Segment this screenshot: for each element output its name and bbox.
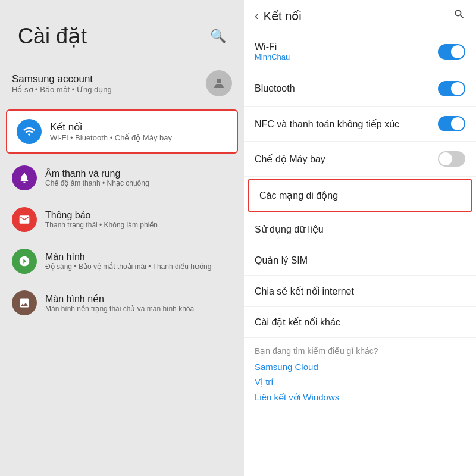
man-hinh-title: Màn hình — [45, 252, 211, 262]
cai-dat-row[interactable]: Cài đặt kết nối khác — [244, 307, 476, 338]
ket-noi-item[interactable]: Kết nối Wi-Fi • Bluetooth • Chế độ Máy b… — [6, 109, 238, 154]
chia-se-title: Chia sẻ kết nối internet — [255, 286, 354, 297]
bluetooth-title: Bluetooth — [255, 83, 295, 94]
ket-noi-subtitle: Wi-Fi • Bluetooth • Chế độ Máy bay — [50, 133, 172, 142]
avatar — [206, 70, 232, 96]
bluetooth-row[interactable]: Bluetooth — [244, 71, 476, 107]
bluetooth-toggle[interactable] — [438, 81, 465, 96]
man-hinh-item[interactable]: Màn hình Độ sáng • Bảo vệ mắt thoải mái … — [0, 240, 244, 282]
thong-bao-item[interactable]: Thông báo Thanh trạng thái • Không làm p… — [0, 199, 244, 240]
thong-bao-icon — [12, 207, 37, 232]
airplane-title: Chế độ Máy bay — [255, 154, 325, 165]
left-title-area: Cài đặt 🔍 — [0, 0, 244, 61]
thong-bao-text: Thông báo Thanh trạng thái • Không làm p… — [45, 210, 158, 229]
bluetooth-toggle-knob — [451, 82, 464, 95]
am-thanh-sub: Chế độ âm thanh • Nhạc chuông — [45, 179, 149, 187]
nfc-row[interactable]: NFC và thanh toán không tiếp xúc — [244, 107, 476, 142]
am-thanh-text: Âm thanh và rung Chế độ âm thanh • Nhạc … — [45, 168, 149, 187]
quan-ly-sim-title: Quản lý SIM — [255, 255, 308, 266]
man-hinh-nen-sub: Màn hình nền trạng thái chủ và màn hình … — [45, 305, 194, 313]
samsung-account-item[interactable]: Samsung account Hồ sơ • Bảo mật • Ứng dụ… — [0, 61, 244, 106]
man-hinh-nen-icon — [12, 290, 37, 315]
cac-mang-title: Các mạng di động — [259, 190, 338, 201]
wifi-row[interactable]: Wi-Fi MinhChau — [244, 32, 476, 71]
thong-bao-title: Thông báo — [45, 210, 158, 221]
airplane-toggle[interactable] — [438, 151, 465, 167]
samsung-account-title: Samsung account — [12, 73, 199, 85]
nfc-title: NFC và thanh toán không tiếp xúc — [255, 118, 399, 130]
su-dung-title: Sử dụng dữ liệu — [255, 224, 324, 235]
ket-noi-title: Kết nối — [50, 121, 172, 133]
bottom-question: Bạn đang tìm kiếm điều gì khác? — [255, 346, 465, 356]
right-header-title: Kết nối — [264, 9, 302, 23]
search-icon[interactable]: 🔍 — [210, 29, 226, 44]
man-hinh-nen-title: Màn hình nền — [45, 293, 194, 305]
man-hinh-sub: Độ sáng • Bảo vệ mắt thoải mái • Thanh đ… — [45, 262, 211, 271]
right-header-left: ‹ Kết nối — [255, 9, 302, 23]
man-hinh-icon — [12, 249, 37, 274]
samsung-account-subtitle: Hồ sơ • Bảo mật • Ứng dụng — [12, 85, 199, 94]
nfc-toggle-knob — [451, 117, 464, 130]
vi-tri-link[interactable]: Vị trí — [255, 377, 465, 387]
samsung-cloud-link[interactable]: Samsung Cloud — [255, 362, 465, 372]
cai-dat-title: Cài đặt kết nối khác — [255, 317, 340, 328]
man-hinh-nen-item[interactable]: Màn hình nền Màn hình nền trạng thái chủ… — [0, 282, 244, 324]
wifi-toggle[interactable] — [438, 44, 465, 60]
samsung-account-info: Samsung account Hồ sơ • Bảo mật • Ứng dụ… — [12, 73, 199, 94]
am-thanh-item[interactable]: Âm thanh và rung Chế độ âm thanh • Nhạc … — [0, 157, 244, 199]
cac-mang-row[interactable]: Các mạng di động — [249, 180, 471, 211]
airplane-toggle-knob — [439, 152, 452, 165]
wifi-toggle-knob — [451, 45, 464, 58]
lien-ket-link[interactable]: Liên kết với Windows — [255, 392, 465, 403]
wifi-title: Wi-Fi — [255, 42, 290, 52]
man-hinh-text: Màn hình Độ sáng • Bảo vệ mắt thoải mái … — [45, 252, 211, 271]
ket-noi-icon — [17, 119, 42, 144]
su-dung-row[interactable]: Sử dụng dữ liệu — [244, 214, 476, 245]
thong-bao-sub: Thanh trạng thái • Không làm phiền — [45, 221, 158, 229]
airplane-row[interactable]: Chế độ Máy bay — [244, 142, 476, 177]
page-title: Cài đặt — [18, 24, 87, 49]
cac-mang-row-container[interactable]: Các mạng di động — [248, 179, 472, 212]
svg-point-0 — [217, 79, 221, 83]
am-thanh-title: Âm thanh và rung — [45, 168, 149, 179]
right-panel: ‹ Kết nối Wi-Fi MinhChau Bluetooth NFC v… — [244, 0, 476, 476]
quan-ly-sim-row[interactable]: Quản lý SIM — [244, 245, 476, 276]
man-hinh-nen-text: Màn hình nền Màn hình nền trạng thái chủ… — [45, 293, 194, 313]
wifi-subtitle: MinhChau — [255, 52, 290, 61]
ket-noi-text: Kết nối Wi-Fi • Bluetooth • Chế độ Máy b… — [50, 121, 172, 142]
right-header: ‹ Kết nối — [244, 0, 476, 32]
bottom-section: Bạn đang tìm kiếm điều gì khác? Samsung … — [244, 338, 476, 416]
am-thanh-icon — [12, 165, 37, 190]
chia-se-row[interactable]: Chia sẻ kết nối internet — [244, 276, 476, 307]
nfc-toggle[interactable] — [438, 116, 465, 131]
back-button[interactable]: ‹ — [255, 9, 259, 23]
search-icon-right[interactable] — [453, 8, 465, 23]
left-panel: Cài đặt 🔍 Samsung account Hồ sơ • Bảo mậ… — [0, 0, 244, 476]
